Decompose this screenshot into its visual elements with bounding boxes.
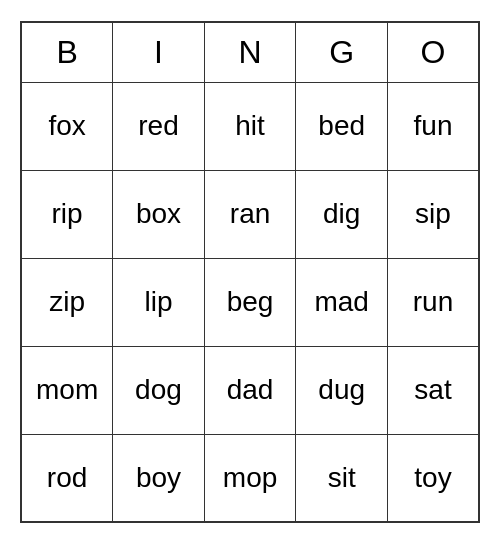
cell-4-0: rod bbox=[21, 434, 113, 522]
cell-1-1: box bbox=[113, 170, 205, 258]
cell-4-3: sit bbox=[296, 434, 388, 522]
cell-1-2: ran bbox=[204, 170, 296, 258]
table-row: foxredhitbedfun bbox=[21, 82, 479, 170]
bingo-body: foxredhitbedfunripboxrandigsipziplipbegm… bbox=[21, 82, 479, 522]
cell-3-4: sat bbox=[388, 346, 480, 434]
header-G: G bbox=[296, 22, 388, 82]
table-row: ripboxrandigsip bbox=[21, 170, 479, 258]
cell-1-0: rip bbox=[21, 170, 113, 258]
cell-2-0: zip bbox=[21, 258, 113, 346]
cell-4-1: boy bbox=[113, 434, 205, 522]
cell-3-2: dad bbox=[204, 346, 296, 434]
table-row: rodboymopsittoy bbox=[21, 434, 479, 522]
table-row: ziplipbegmadrun bbox=[21, 258, 479, 346]
header-O: O bbox=[388, 22, 480, 82]
header-B: B bbox=[21, 22, 113, 82]
cell-4-4: toy bbox=[388, 434, 480, 522]
cell-0-4: fun bbox=[388, 82, 480, 170]
cell-3-1: dog bbox=[113, 346, 205, 434]
cell-0-0: fox bbox=[21, 82, 113, 170]
cell-0-3: bed bbox=[296, 82, 388, 170]
header-I: I bbox=[113, 22, 205, 82]
cell-1-3: dig bbox=[296, 170, 388, 258]
cell-1-4: sip bbox=[388, 170, 480, 258]
cell-3-0: mom bbox=[21, 346, 113, 434]
header-N: N bbox=[204, 22, 296, 82]
cell-2-1: lip bbox=[113, 258, 205, 346]
cell-0-1: red bbox=[113, 82, 205, 170]
cell-0-2: hit bbox=[204, 82, 296, 170]
cell-4-2: mop bbox=[204, 434, 296, 522]
cell-2-2: beg bbox=[204, 258, 296, 346]
table-row: momdogdaddugsat bbox=[21, 346, 479, 434]
cell-2-3: mad bbox=[296, 258, 388, 346]
header-row: B I N G O bbox=[21, 22, 479, 82]
cell-3-3: dug bbox=[296, 346, 388, 434]
bingo-card: B I N G O foxredhitbedfunripboxrandigsip… bbox=[20, 21, 480, 523]
cell-2-4: run bbox=[388, 258, 480, 346]
